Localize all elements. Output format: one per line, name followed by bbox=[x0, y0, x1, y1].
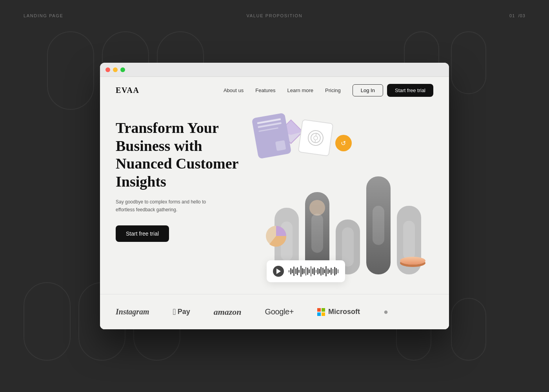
hero-subtext: Say goodbye to complex forms and hello t… bbox=[116, 198, 218, 213]
waveform-bar bbox=[298, 270, 300, 273]
meta-bar: LANDING PAGE VALUE PROPOSITION 01 /03 bbox=[0, 0, 549, 31]
svg-point-5 bbox=[313, 136, 318, 140]
waveform-bar bbox=[324, 269, 325, 273]
waveform-bar bbox=[329, 270, 330, 273]
nav-link-about[interactable]: About us bbox=[224, 87, 244, 93]
waveform-bar bbox=[334, 267, 335, 276]
svg-point-4 bbox=[310, 132, 321, 143]
nav-cta-button[interactable]: Start free trial bbox=[387, 84, 433, 97]
google-plus-logo: Google+ bbox=[265, 307, 294, 316]
waveform-bar bbox=[331, 268, 332, 275]
nav-link-learn-more[interactable]: Learn more bbox=[287, 87, 313, 93]
landing-page: EVAA About us Features Learn more Pricin… bbox=[100, 77, 449, 329]
microsoft-grid-icon bbox=[317, 308, 325, 316]
hero-text: Transform Your Business with Nuanced Cus… bbox=[116, 111, 259, 286]
nav-link-features[interactable]: Features bbox=[255, 87, 275, 93]
hero-cta-button[interactable]: Start free trial bbox=[116, 225, 169, 242]
waveform-bar bbox=[325, 266, 327, 276]
browser-window: EVAA About us Features Learn more Pricin… bbox=[100, 63, 449, 329]
browser-chrome bbox=[100, 63, 449, 77]
bg-shape-6 bbox=[24, 282, 71, 361]
audio-player-decoration bbox=[267, 260, 345, 282]
traffic-light-green[interactable] bbox=[120, 67, 125, 72]
section-label: LANDING PAGE bbox=[24, 13, 64, 18]
section-name: VALUE PROPOSITION bbox=[247, 13, 303, 18]
waveform-bar bbox=[311, 266, 312, 276]
hero-section: Transform Your Business with Nuanced Cus… bbox=[100, 103, 449, 294]
document-decoration bbox=[251, 113, 291, 159]
amazon-logo: amazon bbox=[214, 307, 242, 317]
traffic-light-yellow[interactable] bbox=[113, 67, 118, 72]
waveform-bar bbox=[317, 268, 318, 274]
waveform-bar bbox=[322, 268, 324, 275]
waveform-bar bbox=[319, 269, 320, 274]
extra-logo: ● bbox=[384, 307, 388, 316]
waveform-bar bbox=[293, 267, 294, 276]
navigation: EVAA About us Features Learn more Pricin… bbox=[100, 77, 449, 103]
audio-waveform bbox=[289, 266, 339, 277]
waveform-bar bbox=[312, 269, 313, 274]
notebook-decoration bbox=[298, 119, 333, 156]
bar-chart bbox=[274, 172, 421, 274]
nav-link-pricing[interactable]: Pricing bbox=[325, 87, 341, 93]
waveform-bar bbox=[309, 269, 310, 273]
instagram-logo: Instagram bbox=[116, 307, 149, 316]
waveform-bar bbox=[295, 269, 296, 274]
waveform-bar bbox=[304, 269, 305, 274]
nav-logo: EVAA bbox=[116, 86, 140, 95]
waveform-bar bbox=[307, 268, 308, 275]
traffic-light-red[interactable] bbox=[105, 67, 110, 72]
waveform-bar bbox=[292, 269, 293, 273]
waveform-bar bbox=[320, 267, 322, 276]
hero-illustration: ↺ bbox=[259, 111, 434, 286]
microsoft-logo: Microsoft bbox=[317, 308, 360, 316]
login-button[interactable]: Log In bbox=[353, 84, 383, 96]
waveform-bar bbox=[290, 268, 291, 274]
play-icon bbox=[276, 269, 281, 274]
waveform-bar bbox=[297, 267, 298, 275]
waveform-bar bbox=[289, 270, 290, 272]
waveform-bar bbox=[300, 266, 302, 277]
page-numbers: 01 /03 bbox=[509, 13, 525, 18]
coin-decoration bbox=[400, 257, 425, 265]
apple-pay-logo:  Pay bbox=[173, 307, 190, 317]
waveform-bar bbox=[338, 269, 339, 273]
svg-line-7 bbox=[315, 140, 315, 142]
share-button-decoration: ↺ bbox=[335, 135, 352, 151]
waveform-bar bbox=[333, 269, 334, 274]
bg-shape-1 bbox=[47, 31, 94, 110]
page-current: 01 bbox=[509, 13, 515, 18]
waveform-bar bbox=[305, 267, 307, 276]
bg-shape-10 bbox=[451, 298, 486, 361]
bar-4 bbox=[366, 176, 391, 274]
waveform-bar bbox=[336, 268, 337, 274]
waveform-bar bbox=[316, 270, 317, 273]
page-total: /03 bbox=[518, 13, 525, 18]
hero-headline: Transform Your Business with Nuanced Cus… bbox=[116, 119, 259, 191]
waveform-bar bbox=[327, 269, 329, 274]
nav-links: About us Features Learn more Pricing bbox=[224, 87, 341, 93]
waveform-bar bbox=[314, 267, 315, 275]
bg-shape-5 bbox=[451, 31, 486, 94]
logos-section: Instagram  Pay amazon Google+ Microsoft… bbox=[100, 294, 449, 329]
waveform-bar bbox=[302, 268, 303, 274]
pie-chart-decoration bbox=[265, 225, 287, 249]
play-button bbox=[273, 266, 284, 277]
